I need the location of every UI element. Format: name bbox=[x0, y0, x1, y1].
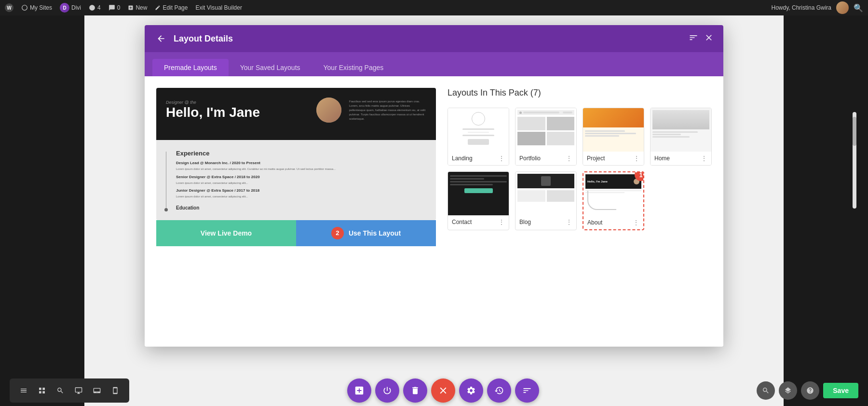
layout-name-about: About bbox=[587, 219, 602, 226]
save-button[interactable]: Save bbox=[823, 383, 858, 398]
job1-desc: Lorem ipsum dolor sit amet, consectetur … bbox=[176, 167, 426, 172]
toolbar-mobile-icon[interactable] bbox=[107, 382, 123, 399]
layout-card-portfolio[interactable]: Portfolio ⋮ bbox=[515, 108, 577, 166]
layout-name-contact: Contact bbox=[452, 219, 472, 225]
layout-footer-blog: Blog ⋮ bbox=[515, 215, 576, 229]
edit-page-link[interactable]: Edit Page bbox=[155, 4, 188, 11]
layout-footer-landing: Landing ⋮ bbox=[448, 152, 509, 165]
layers-toolbar-icon[interactable] bbox=[779, 381, 797, 400]
close-button[interactable] bbox=[431, 378, 455, 403]
wp-icon: W bbox=[5, 3, 14, 12]
toolbar-left bbox=[10, 378, 129, 403]
job2-desc: Lorem ipsum dolor sit amet, consectetur … bbox=[176, 181, 426, 186]
job1-title: Design Lead @ Monarch Inc. / 2020 to Pre… bbox=[176, 161, 426, 165]
layout-menu-blog[interactable]: ⋮ bbox=[566, 218, 572, 226]
divi-link[interactable]: D Divi bbox=[60, 3, 81, 13]
back-button[interactable] bbox=[154, 32, 168, 45]
layouts-grid: Landing ⋮ bbox=[448, 108, 712, 230]
layout-footer-portfolio: Portfolio ⋮ bbox=[515, 152, 576, 165]
layout-footer-home: Home ⋮ bbox=[651, 152, 711, 165]
layout-card-landing[interactable]: Landing ⋮ bbox=[448, 108, 509, 166]
exit-builder-link[interactable]: Exit Visual Builder bbox=[195, 4, 242, 11]
timeline-line bbox=[166, 150, 166, 210]
layout-menu-project[interactable]: ⋮ bbox=[633, 154, 640, 162]
resume-timeline: Experience Design Lead @ Monarch Inc. / … bbox=[166, 150, 426, 210]
layout-thumbnail-contact bbox=[448, 172, 509, 215]
resume-text: Designer @ the Hello, I'm Jane bbox=[166, 100, 309, 120]
preview-actions: View Live Demo 2 Use This Layout bbox=[156, 220, 436, 246]
layout-card-home[interactable]: Home ⋮ bbox=[650, 108, 712, 166]
my-sites-link[interactable]: My Sites bbox=[21, 4, 52, 11]
layout-menu-portfolio[interactable]: ⋮ bbox=[566, 154, 572, 162]
page-canvas: Layout Details Premade Layouts Your Save… bbox=[0, 15, 868, 406]
preview-panel: Designer @ the Hello, I'm Jane Faucibus … bbox=[156, 88, 436, 335]
layout-name-portfolio: Portfolio bbox=[519, 155, 541, 162]
toolbar-right: Save bbox=[757, 381, 858, 400]
toolbar-grid-icon[interactable] bbox=[34, 382, 50, 399]
add-section-button[interactable] bbox=[347, 378, 371, 403]
sort-layout-button[interactable] bbox=[515, 378, 539, 403]
search-icon[interactable]: 🔍 bbox=[854, 3, 863, 13]
job2-title: Senior Designer @ Extra Space / 2018 to … bbox=[176, 175, 426, 179]
layout-thumbnail-portfolio bbox=[515, 108, 576, 152]
tab-premade-layouts[interactable]: Premade Layouts bbox=[152, 59, 229, 76]
layout-thumbnail-home bbox=[651, 108, 711, 152]
view-demo-button[interactable]: View Live Demo bbox=[156, 220, 296, 246]
comments-link[interactable]: 0 bbox=[108, 4, 121, 11]
resume-dark-section: Designer @ the Hello, I'm Jane Faucibus … bbox=[156, 88, 436, 140]
layout-name-project: Project bbox=[587, 155, 605, 162]
tab-existing-pages[interactable]: Your Existing Pages bbox=[312, 59, 395, 76]
layout-menu-contact[interactable]: ⋮ bbox=[498, 218, 505, 226]
use-layout-button[interactable]: 2 Use This Layout bbox=[296, 220, 436, 246]
new-link[interactable]: New bbox=[128, 4, 147, 11]
help-toolbar-icon[interactable] bbox=[801, 381, 819, 400]
search-toolbar-icon[interactable] bbox=[757, 381, 775, 400]
job3-desc: Lorem ipsum dolor sit amet, consectetur … bbox=[176, 195, 426, 199]
toolbar-search-icon[interactable] bbox=[52, 382, 68, 399]
toolbar-menu-icon[interactable] bbox=[15, 382, 32, 399]
history-button[interactable] bbox=[487, 378, 511, 403]
delete-button[interactable] bbox=[403, 378, 427, 403]
layout-footer-project: Project ⋮ bbox=[583, 152, 644, 165]
user-avatar[interactable] bbox=[836, 1, 849, 14]
tab-saved-layouts[interactable]: Your Saved Layouts bbox=[229, 59, 312, 76]
layout-menu-landing[interactable]: ⋮ bbox=[498, 154, 505, 162]
close-icon[interactable] bbox=[704, 33, 714, 45]
layout-preview-image: Designer @ the Hello, I'm Jane Faucibus … bbox=[156, 88, 436, 220]
bottom-toolbar: Save bbox=[0, 375, 868, 406]
toolbar-desktop-icon[interactable] bbox=[70, 382, 87, 399]
layout-thumbnail-landing bbox=[448, 108, 509, 152]
modal-header-actions bbox=[689, 33, 714, 45]
layout-footer-about: About ⋮ bbox=[583, 216, 643, 229]
sort-icon[interactable] bbox=[689, 33, 698, 45]
designer-label: Designer @ the bbox=[166, 100, 309, 105]
layout-name-blog: Blog bbox=[519, 219, 531, 225]
layout-thumbnail-project bbox=[583, 108, 644, 152]
settings-button[interactable] bbox=[459, 378, 483, 403]
layouts-title: Layouts In This Pack (7) bbox=[448, 88, 712, 98]
admin-bar: W My Sites D Divi 4 0 New Edit Page Exit… bbox=[0, 0, 868, 15]
resume-content: Experience Design Lead @ Monarch Inc. / … bbox=[176, 150, 426, 210]
modal-tabs: Premade Layouts Your Saved Layouts Your … bbox=[145, 52, 723, 76]
modal-header: Layout Details bbox=[145, 25, 723, 52]
admin-bar-right: Howdy, Christina Gwira 🔍 bbox=[772, 1, 863, 14]
layout-menu-home[interactable]: ⋮ bbox=[701, 154, 707, 162]
layout-card-contact[interactable]: Contact ⋮ bbox=[448, 171, 509, 230]
layout-card-about[interactable]: 1 Hello, I'm Jane bbox=[583, 171, 644, 230]
use-badge: 2 bbox=[331, 227, 344, 239]
layout-card-blog[interactable]: Blog ⋮ bbox=[515, 171, 577, 230]
modal-body: Designer @ the Hello, I'm Jane Faucibus … bbox=[145, 76, 723, 347]
divi-icon: D bbox=[60, 3, 69, 13]
wp-logo[interactable]: W bbox=[5, 3, 14, 12]
power-button[interactable] bbox=[375, 378, 399, 403]
layout-menu-about[interactable]: ⋮ bbox=[633, 219, 639, 226]
layout-footer-contact: Contact ⋮ bbox=[448, 215, 509, 229]
toolbar-tablet-icon[interactable] bbox=[89, 382, 105, 399]
layout-thumbnail-blog bbox=[515, 172, 576, 215]
job3-title: Junior Designer @ Extra Space / 2017 to … bbox=[176, 188, 426, 193]
layout-card-project[interactable]: Project ⋮ bbox=[583, 108, 644, 166]
updates-link[interactable]: 4 bbox=[89, 4, 101, 11]
modal-title: Layout Details bbox=[174, 34, 689, 44]
layout-name-landing: Landing bbox=[452, 155, 473, 162]
resume-name: Hello, I'm Jane bbox=[166, 105, 309, 120]
